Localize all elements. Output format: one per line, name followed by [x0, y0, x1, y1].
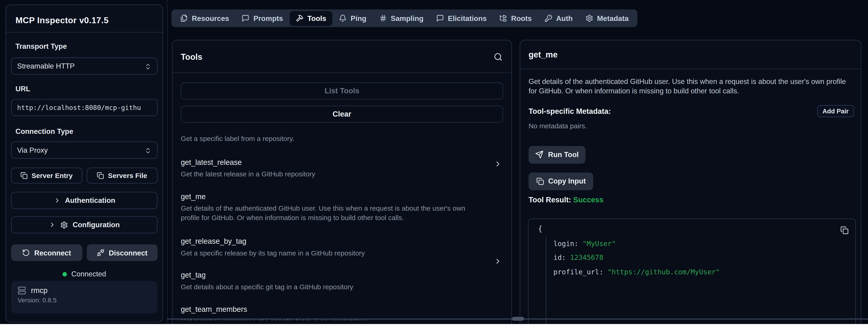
- tool-list-item[interactable]: get_tag Get details about a specific git…: [181, 271, 503, 292]
- list-tools-button[interactable]: List Tools: [181, 82, 503, 99]
- tab-auth[interactable]: Auth: [538, 11, 579, 26]
- json-key: id:: [553, 253, 570, 262]
- tool-name[interactable]: get_release_by_tag: [181, 237, 503, 246]
- list-tools-label: List Tools: [325, 86, 360, 95]
- tool-name[interactable]: get_tag: [181, 271, 503, 279]
- copy-icon: [97, 172, 104, 179]
- disconnect-button[interactable]: Disconnect: [87, 244, 157, 261]
- url-input[interactable]: [17, 104, 152, 112]
- tab-metadata[interactable]: Metadata: [579, 11, 634, 26]
- screenshot-viewport: MCP Inspector v0.17.5 Transport Type Str…: [0, 0, 868, 327]
- app-title: MCP Inspector v0.17.5: [16, 16, 108, 25]
- bell-icon: [339, 14, 347, 22]
- tool-name[interactable]: get_latest_release: [181, 158, 503, 167]
- connected-status-label: Connected: [71, 270, 106, 278]
- tool-result-label: Tool Result:: [529, 196, 571, 204]
- add-pair-button[interactable]: Add Pair: [817, 105, 854, 117]
- tab-label: Auth: [556, 14, 572, 22]
- add-pair-label: Add Pair: [823, 108, 849, 114]
- copy-input-label: Copy Input: [548, 177, 586, 185]
- connection-type-label: Connection Type: [16, 127, 73, 136]
- bottom-resize-divider: [167, 319, 868, 319]
- mcp-inspector-app: MCP Inspector v0.17.5 Transport Type Str…: [0, 0, 868, 324]
- top-navbar: Resources Prompts Tools Ping Sampling El…: [171, 9, 638, 27]
- key-icon: [545, 14, 552, 22]
- tab-elicitations[interactable]: Elicitations: [430, 11, 493, 26]
- json-key: profile_url:: [553, 267, 608, 276]
- transport-type-select[interactable]: Streamable HTTP: [11, 58, 157, 75]
- tab-ping[interactable]: Ping: [333, 11, 372, 26]
- authentication-toggle[interactable]: Authentication: [11, 192, 157, 209]
- tool-description: Get a specific release by its tag name i…: [181, 249, 503, 258]
- chevron-right-icon: [49, 221, 56, 228]
- transport-type-value: Streamable HTTP: [17, 62, 75, 70]
- tab-label: Resources: [192, 14, 229, 22]
- connected-status-dot: [63, 272, 67, 276]
- search-icon[interactable]: [494, 52, 502, 62]
- server-entry-label: Server Entry: [31, 172, 73, 180]
- entry-buttons-row: Server Entry Servers File: [11, 168, 157, 184]
- resize-handle[interactable]: [512, 317, 524, 321]
- chevrons-up-down-icon: [145, 62, 152, 70]
- tool-name[interactable]: get_me: [181, 192, 503, 201]
- server-entry-button[interactable]: Server Entry: [11, 168, 82, 184]
- tools-panel: Tools List Tools Clear Get a specific la…: [172, 39, 512, 324]
- server-icon: [18, 287, 26, 295]
- json-value: "https://github.com/MyUser": [608, 267, 720, 276]
- tab-tools[interactable]: Tools: [290, 11, 333, 26]
- chevron-right-icon[interactable]: [494, 159, 502, 169]
- tab-label: Elicitations: [448, 14, 487, 22]
- stage: MCP Inspector v0.17.5 Transport Type Str…: [0, 0, 868, 327]
- tool-list-item[interactable]: get_team_members Get member usernames of…: [181, 305, 503, 320]
- run-tool-button[interactable]: Run Tool: [529, 146, 586, 164]
- unplug-icon: [97, 249, 104, 257]
- json-line: profile_url: "https://github.com/MyUser": [553, 265, 720, 279]
- tool-description: Get details about a specific git tag in …: [181, 283, 503, 292]
- copy-icon[interactable]: [840, 225, 849, 235]
- partial-tool-description: Get a specific label from a repository.: [181, 134, 503, 144]
- chevron-right-icon: [53, 197, 60, 204]
- clear-button[interactable]: Clear: [181, 106, 503, 123]
- tool-list-item[interactable]: get_latest_release Get the latest releas…: [181, 158, 503, 179]
- server-info-card: rmcp Version: 0.8.5: [11, 281, 157, 314]
- tab-sampling[interactable]: Sampling: [373, 11, 430, 26]
- detail-panel-title: get_me: [529, 50, 558, 59]
- configuration-label: Configuration: [73, 220, 120, 229]
- connection-type-select[interactable]: Via Proxy: [11, 142, 157, 159]
- sidebar-divider: [6, 32, 162, 32]
- tab-label: Tools: [307, 14, 326, 22]
- tool-result-status: Success: [573, 196, 603, 204]
- result-json-box: { login: "MyUser" id: 12345678 profile_u…: [528, 218, 856, 324]
- tool-list-item[interactable]: get_release_by_tag Get a specific releas…: [181, 237, 503, 258]
- tab-resources[interactable]: Resources: [174, 11, 235, 26]
- tools-panel-header: Tools: [173, 40, 512, 73]
- servers-file-button[interactable]: Servers File: [87, 168, 157, 184]
- url-label: URL: [16, 85, 30, 93]
- tab-roots[interactable]: Roots: [493, 11, 538, 26]
- tab-label: Ping: [351, 14, 367, 22]
- configuration-toggle[interactable]: Configuration: [11, 216, 157, 233]
- files-icon: [180, 14, 188, 22]
- reconnect-button[interactable]: Reconnect: [11, 244, 82, 261]
- copy-icon: [21, 172, 28, 179]
- tool-list-item[interactable]: get_me Get details of the authenticated …: [181, 192, 503, 222]
- server-name: rmcp: [31, 287, 48, 295]
- tab-label: Roots: [511, 14, 532, 22]
- disconnect-label: Disconnect: [109, 248, 148, 257]
- url-field-wrap: [11, 99, 157, 116]
- connection-type-value: Via Proxy: [17, 146, 48, 154]
- copy-input-button[interactable]: Copy Input: [529, 172, 593, 190]
- tool-name[interactable]: get_team_members: [181, 305, 503, 314]
- message-square-icon: [242, 14, 250, 22]
- tools-list: Get a specific label from a repository. …: [181, 129, 503, 320]
- json-line: id: 12345678: [553, 250, 720, 265]
- run-tool-label: Run Tool: [548, 150, 579, 159]
- send-icon: [535, 150, 544, 159]
- json-line-clipped: name: "Nothing Special": [553, 321, 720, 324]
- connection-status: Connected: [6, 270, 162, 278]
- tools-panel-title: Tools: [181, 52, 202, 61]
- tab-prompts[interactable]: Prompts: [236, 11, 289, 26]
- message-square-icon: [436, 14, 444, 22]
- tab-label: Prompts: [253, 14, 283, 22]
- tab-label: Sampling: [391, 14, 424, 22]
